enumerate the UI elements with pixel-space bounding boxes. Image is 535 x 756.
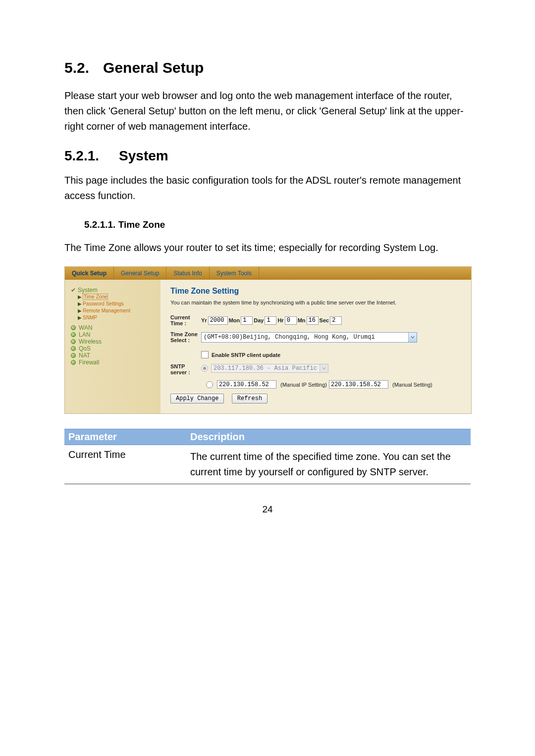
select-sntp-preset[interactable]: 203.117.180.36 - Asia Pacific: [211, 364, 328, 373]
table-row: Current Time The current time of the spe…: [64, 445, 471, 484]
chevron-down-icon: [408, 333, 417, 342]
parameter-table: Parameter Description Current Time The c…: [64, 429, 471, 484]
input-month[interactable]: [241, 316, 253, 325]
label-sntp-server: SNTP server :: [170, 363, 201, 375]
label-hr: Hr: [277, 317, 283, 323]
input-day[interactable]: [265, 316, 276, 325]
router-content: Time Zone Setting You can maintain the s…: [160, 280, 471, 413]
sidebar-item-password-settings[interactable]: Password Settings: [83, 301, 124, 306]
subsection-heading: 5.2.1.System: [64, 148, 471, 164]
input-manual-ip-2[interactable]: [329, 380, 388, 389]
table-header-description: Description: [186, 429, 471, 445]
panel-title: Time Zone Setting: [170, 287, 463, 296]
check-icon: ✔: [71, 287, 76, 294]
subsubsection-heading: 5.2.1.1. Time Zone: [84, 219, 471, 230]
label-mon: Mon: [229, 317, 240, 323]
router-screenshot: Quick Setup General Setup Status Info Sy…: [64, 266, 472, 414]
tab-status-info[interactable]: Status Info: [166, 267, 209, 280]
sidebar-item-remote-management[interactable]: Remote Management: [83, 308, 130, 313]
sidebar-wireless-label: Wireless: [79, 338, 102, 345]
label-mn: Mn: [298, 317, 306, 323]
sidebar-qos-label: QoS: [79, 345, 91, 352]
section-number: 5.2.: [64, 59, 89, 76]
sidebar-lan-label: LAN: [79, 331, 90, 338]
sidebar-item-time-zone[interactable]: Time Zone: [83, 294, 108, 300]
intro-paragraph-3: The Time Zone allows your router to set …: [64, 240, 471, 255]
select-time-zone[interactable]: (GMT+08:00)Beijing, Chongqing, Hong Kong…: [201, 332, 417, 343]
bullet-icon: [71, 360, 76, 365]
sidebar-system-label: System: [78, 287, 98, 294]
label-sec: Sec: [320, 317, 329, 323]
subsection-title: System: [119, 148, 168, 163]
label-enable-sntp: Enable SNTP client update: [212, 352, 280, 358]
sidebar-item-nat[interactable]: NAT: [71, 352, 158, 359]
router-sidebar: ✔System ▶Time Zone ▶Password Settings ▶R…: [65, 280, 160, 413]
sidebar-firewall-label: Firewall: [79, 359, 99, 366]
arrow-icon: ▶: [78, 301, 82, 306]
input-year[interactable]: [208, 316, 228, 325]
checkbox-enable-sntp[interactable]: [201, 351, 209, 358]
tab-general-setup-label: General Setup: [121, 270, 159, 277]
label-day: Day: [254, 317, 264, 323]
table-header-parameter: Parameter: [64, 429, 186, 445]
tab-system-tools-label: System Tools: [216, 270, 252, 277]
sidebar-item-firewall[interactable]: Firewall: [71, 359, 158, 366]
tab-quick-setup[interactable]: Quick Setup: [65, 267, 114, 280]
select-time-zone-value: (GMT+08:00)Beijing, Chongqing, Hong Kong…: [204, 334, 375, 341]
arrow-icon: ▶: [78, 308, 82, 313]
input-hour[interactable]: [285, 316, 297, 325]
section-heading: 5.2.General Setup: [64, 59, 471, 76]
sidebar-item-system[interactable]: ✔System: [71, 287, 158, 294]
sidebar-item-snmp[interactable]: SNMP: [83, 315, 97, 320]
intro-paragraph-2: This page includes the basic configurati…: [64, 173, 471, 203]
bullet-icon: [71, 325, 76, 330]
label-yr: Yr: [201, 317, 207, 323]
table-header-row: Parameter Description: [64, 429, 471, 445]
bullet-icon: [71, 339, 76, 344]
bullet-icon: [71, 353, 76, 358]
sidebar-item-wireless[interactable]: Wireless: [71, 338, 158, 345]
label-manual-ip-setting: (Manual IP Setting): [280, 382, 327, 388]
arrow-icon: ▶: [78, 294, 82, 300]
tab-system-tools[interactable]: System Tools: [210, 267, 259, 280]
panel-description: You can maintain the system time by sync…: [170, 300, 463, 305]
intro-paragraph-1: Please start your web browser and log on…: [64, 88, 471, 134]
input-second[interactable]: [330, 316, 342, 325]
radio-sntp-preset[interactable]: [201, 365, 208, 372]
tab-status-info-label: Status Info: [173, 270, 202, 277]
subsection-number: 5.2.1.: [64, 148, 99, 163]
select-sntp-preset-value: 203.117.180.36 - Asia Pacific: [214, 365, 317, 372]
label-current-time: Current Time :: [170, 314, 201, 326]
input-manual-ip-1[interactable]: [217, 380, 276, 389]
label-time-zone-select: Time Zone Select :: [170, 331, 201, 343]
apply-change-button[interactable]: Apply Change: [170, 394, 224, 403]
bullet-icon: [71, 332, 76, 337]
page-number: 24: [64, 504, 471, 515]
sidebar-item-lan[interactable]: LAN: [71, 331, 158, 338]
cell-parameter: Current Time: [64, 448, 186, 481]
arrow-icon: ▶: [78, 315, 82, 320]
sidebar-nat-label: NAT: [79, 352, 90, 359]
sidebar-item-wan[interactable]: WAN: [71, 324, 158, 331]
label-manual-setting: (Manual Setting): [392, 382, 432, 388]
tab-quick-setup-label: Quick Setup: [72, 270, 107, 277]
input-minute[interactable]: [307, 316, 319, 325]
bullet-icon: [71, 346, 76, 351]
chevron-down-icon: [320, 364, 328, 372]
router-tab-bar: Quick Setup General Setup Status Info Sy…: [65, 267, 471, 280]
refresh-button[interactable]: Refresh: [232, 394, 268, 403]
sidebar-wan-label: WAN: [79, 324, 93, 331]
section-title: General Setup: [103, 59, 204, 76]
sidebar-item-qos[interactable]: QoS: [71, 345, 158, 352]
cell-description: The current time of the specified time z…: [186, 448, 471, 481]
tab-general-setup[interactable]: General Setup: [114, 267, 166, 280]
radio-sntp-manual[interactable]: [206, 381, 213, 388]
